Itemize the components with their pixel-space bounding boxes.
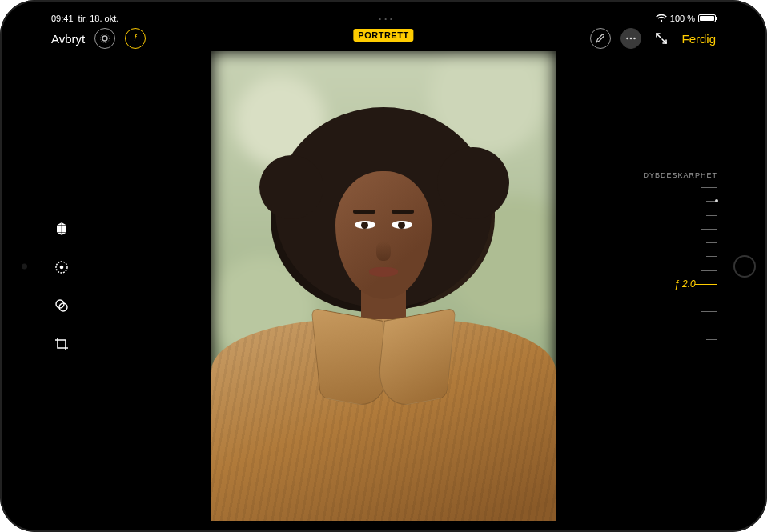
cancel-button[interactable]: Avbryt xyxy=(51,32,85,46)
depth-tick xyxy=(706,339,717,340)
depth-tick xyxy=(706,298,717,298)
depth-panel: DYBDESKARPHET ƒ 2.0 xyxy=(653,171,717,339)
svg-point-3 xyxy=(627,38,629,40)
edit-tools-rail xyxy=(51,218,72,354)
markup-button[interactable] xyxy=(590,28,611,49)
battery-percent: 100 % xyxy=(670,14,695,23)
depth-origin-dot xyxy=(715,199,718,202)
bezel-right xyxy=(724,0,767,532)
photo-canvas[interactable] xyxy=(211,51,556,521)
more-button[interactable] xyxy=(620,28,641,49)
front-camera-dot xyxy=(22,263,27,269)
depth-tick xyxy=(701,311,717,312)
status-left: 09:41 tir. 18. okt. xyxy=(51,14,118,23)
depth-tick xyxy=(701,270,717,271)
done-button[interactable]: Ferdig xyxy=(681,32,716,46)
depth-tick xyxy=(706,242,717,243)
svg-text:f: f xyxy=(135,34,138,42)
mode-badge: PORTRETT xyxy=(353,29,413,42)
ipad-frame: 09:41 tir. 18. okt. ••• 100 % Avbryt f xyxy=(0,0,767,532)
svg-point-5 xyxy=(634,38,636,40)
depth-value: ƒ 2.0 xyxy=(674,278,696,290)
svg-point-0 xyxy=(102,36,107,41)
svg-point-4 xyxy=(630,38,632,40)
depth-tick xyxy=(706,326,717,326)
depth-tick xyxy=(706,215,717,216)
status-bar: 09:41 tir. 18. okt. ••• 100 % xyxy=(43,11,724,26)
depth-tick xyxy=(706,256,717,257)
depth-slider[interactable]: ƒ 2.0 xyxy=(681,187,717,339)
battery-icon xyxy=(698,14,716,22)
status-date: tir. 18. okt. xyxy=(78,14,119,23)
editor-content: DYBDESKARPHET ƒ 2.0 xyxy=(43,51,724,521)
live-photo-button[interactable] xyxy=(94,28,115,49)
bezel-left xyxy=(0,0,43,532)
depth-tick xyxy=(701,229,717,230)
filters-tool[interactable] xyxy=(51,295,72,316)
adjust-tool[interactable] xyxy=(51,257,72,278)
depth-tick xyxy=(701,187,717,188)
crop-tool[interactable] xyxy=(51,334,72,354)
fullscreen-button[interactable] xyxy=(651,28,672,49)
depth-label: DYBDESKARPHET xyxy=(643,171,717,179)
photo-shirt-collar xyxy=(375,308,456,411)
screen: 09:41 tir. 18. okt. ••• 100 % Avbryt f xyxy=(43,11,724,521)
status-right: 100 % xyxy=(656,14,716,23)
depth-f-button[interactable]: f xyxy=(125,28,146,49)
multitask-dots[interactable]: ••• xyxy=(118,15,656,22)
wifi-icon xyxy=(656,14,667,22)
portrait-lighting-tool[interactable] xyxy=(51,218,72,239)
status-time: 09:41 xyxy=(51,14,74,23)
svg-point-7 xyxy=(60,265,64,269)
depth-current-indicator[interactable] xyxy=(695,284,717,286)
home-button[interactable] xyxy=(733,255,756,278)
svg-point-1 xyxy=(101,34,110,43)
